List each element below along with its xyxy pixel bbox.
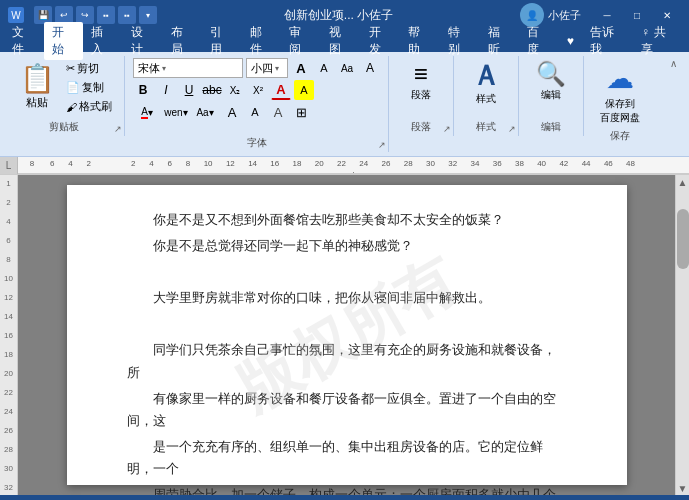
bold-button[interactable]: B	[133, 80, 153, 100]
menu-mail[interactable]: 邮件	[242, 22, 282, 60]
font-btn-a2[interactable]: A	[245, 102, 265, 122]
copy-label: 复制	[82, 80, 104, 95]
font-name-value: 宋体	[138, 61, 160, 76]
font-decrease-btn[interactable]: A	[314, 58, 334, 78]
ribbon-group-font: 宋体 ▾ 小四 ▾ A A Aa A B I U abc X₂ X² A	[125, 56, 389, 152]
ribbon-group-styles: Ａ 样式 样式 ↗	[454, 56, 519, 136]
clipboard-expand-icon[interactable]: ↗	[114, 124, 122, 134]
doc-line-5: 同学们只凭茶余自己事忙的氛围，这里有充企的厨务设施和就餐设备，所	[127, 339, 567, 383]
font-increase-btn[interactable]: A	[291, 58, 311, 78]
underline-button[interactable]: U	[179, 80, 199, 100]
menu-foxit[interactable]: 福昕	[480, 22, 520, 60]
menu-design[interactable]: 设计	[123, 22, 163, 60]
strikethrough-button[interactable]: abc	[202, 80, 222, 100]
menu-share[interactable]: ♀ 共享	[633, 22, 685, 60]
doc-scroll[interactable]: 版权所有 你是不是又不想到外面餐馆去吃那些美食却不太安全的饭菜？ 你是不是总觉得…	[18, 175, 675, 495]
paragraph-button[interactable]: ≡ 段落	[397, 58, 445, 106]
doc-line-6: 有像家里一样的厨务设备和餐厅设备都一应俱全。置进了一个自由的空间，这	[127, 388, 567, 432]
ruler-bar: L 8 6 4 2 2 4 6 8 10 12 14 16 18 20 22 2…	[0, 157, 689, 175]
text-highlight-dropdown[interactable]: wen▾	[164, 102, 188, 122]
menu-file[interactable]: 文件	[4, 22, 44, 60]
edit-button[interactable]: 🔍 编辑	[527, 58, 575, 106]
doc-line-3: 大学里野房就非常对你的口味，把你从寝间非届中解救出。	[127, 287, 567, 309]
font-btn-a1[interactable]: A	[222, 102, 242, 122]
menu-heart[interactable]: ♥	[559, 32, 582, 50]
font-expand-icon[interactable]: ↗	[378, 140, 386, 150]
app-icon: W	[8, 7, 24, 23]
copy-button[interactable]: 📄 复制	[62, 79, 116, 96]
italic-button[interactable]: I	[156, 80, 176, 100]
menu-dev[interactable]: 开发	[361, 22, 401, 60]
font-group-inner: 宋体 ▾ 小四 ▾ A A Aa A B I U abc X₂ X² A	[133, 58, 380, 136]
vertical-scrollbar[interactable]: ▲ ▼	[675, 175, 689, 495]
styles-expand-icon[interactable]: ↗	[508, 124, 516, 134]
ruler-horizontal: 8 6 4 2 2 4 6 8 10 12 14 16 18 20 22 24 …	[18, 157, 689, 174]
format-painter-button[interactable]: 🖌 格式刷	[62, 98, 116, 115]
font-size-selector[interactable]: 小四 ▾	[246, 58, 288, 78]
font-btn-symbol[interactable]: ⊞	[291, 102, 311, 122]
menu-baidu[interactable]: 百度	[519, 22, 559, 60]
title-text: 创新创业项... 小佐子	[284, 8, 393, 22]
clipboard-label: 剪贴板	[4, 118, 124, 134]
doc-line-7: 是一个充充有序的、组织单一的、集中出租房设备的店。它的定位鲜明，一个	[127, 436, 567, 480]
copy-icon: 📄	[66, 81, 80, 94]
paragraph-label: 段落	[411, 88, 431, 102]
status-bar: 第 1 页，共 6 页 3073 个字 英语(美国) 插入 📄 ⬛ ⬛ − + …	[0, 495, 689, 500]
menu-review[interactable]: 审阅	[281, 22, 321, 60]
font-size-value: 小四	[251, 61, 273, 76]
font-row1: 宋体 ▾ 小四 ▾ A A Aa A	[133, 58, 380, 78]
font-name-arrow: ▾	[162, 64, 166, 73]
paragraph-expand-icon[interactable]: ↗	[443, 124, 451, 134]
font-label: 字体	[125, 134, 388, 150]
scroll-down-btn[interactable]: ▼	[676, 481, 690, 495]
case-dropdown[interactable]: Aa▾	[191, 102, 219, 122]
menu-special[interactable]: 特别	[440, 22, 480, 60]
save-baidu-label: 保存到 百度网盘	[600, 97, 640, 125]
document-title: 创新创业项... 小佐子	[157, 7, 520, 24]
ruler-corner[interactable]: L	[0, 157, 18, 175]
scroll-up-btn[interactable]: ▲	[676, 175, 690, 189]
menu-tell[interactable]: 告诉我	[582, 22, 633, 60]
paste-button[interactable]: 📋 粘贴	[12, 58, 62, 117]
menu-help[interactable]: 帮助	[400, 22, 440, 60]
menu-references[interactable]: 引用	[202, 22, 242, 60]
left-ruler: 1 2 4 6 8 10 12 14 16 18 20 22 24 26 28 …	[0, 175, 18, 495]
save-baidu-button[interactable]: ☁ 保存到 百度网盘	[592, 58, 648, 129]
doc-area: 1 2 4 6 8 10 12 14 16 18 20 22 24 26 28 …	[0, 175, 689, 495]
font-color-btn[interactable]: A	[271, 80, 291, 100]
ruler-ticks	[18, 167, 689, 173]
subscript-button[interactable]: X₂	[225, 80, 245, 100]
menu-insert[interactable]: 插入	[83, 22, 123, 60]
text-highlight-btn[interactable]: A	[294, 80, 314, 100]
user-name: 小佐子	[548, 8, 581, 23]
ribbon-collapse-btn[interactable]: ∧	[666, 56, 681, 71]
font-color-dropdown[interactable]: A▾	[133, 102, 161, 122]
doc-line-4	[127, 313, 567, 335]
superscript-button[interactable]: X²	[248, 80, 268, 100]
menu-home[interactable]: 开始	[44, 22, 84, 60]
menu-layout[interactable]: 布局	[163, 22, 203, 60]
menu-bar: 文件 开始 插入 设计 布局 引用 邮件 审阅 视图 开发 帮助 特别 福昕 百…	[0, 30, 689, 52]
clipboard-sub-buttons: ✂ 剪切 📄 复制 🖌 格式刷	[62, 58, 116, 117]
doc-line-2	[127, 261, 567, 283]
ribbon-group-save-baidu: ☁ 保存到 百度网盘 保存	[584, 56, 656, 145]
edit-label: 编辑	[541, 88, 561, 102]
doc-line-8: 周劳胁合比，加一个储子，构成一个单元；一个厨房面积多就少由几个单元组	[127, 484, 567, 495]
clipboard-content: 📋 粘贴 ✂ 剪切 📄 复制 🖌 格式刷	[12, 58, 116, 117]
font-btn-a3[interactable]: A	[268, 102, 288, 122]
ribbon-group-clipboard: 📋 粘贴 ✂ 剪切 📄 复制 🖌 格式刷 剪贴板 ↗	[4, 56, 125, 136]
cloud-icon: ☁	[606, 62, 634, 95]
left-ruler-numbers: 1 2 4 6 8 10 12 14 16 18 20 22 24 26 28 …	[0, 175, 17, 495]
styles-button[interactable]: Ａ 样式	[462, 58, 510, 110]
font-name-selector[interactable]: 宋体 ▾	[133, 58, 243, 78]
painter-icon: 🖌	[66, 101, 77, 113]
styles-icon: Ａ	[472, 62, 500, 90]
scrollbar-thumb[interactable]	[677, 209, 689, 269]
font-size-arrow: ▾	[275, 64, 279, 73]
menu-view[interactable]: 视图	[321, 22, 361, 60]
ribbon-group-edit: 🔍 编辑 编辑	[519, 56, 584, 136]
clear-format-btn[interactable]: A	[360, 58, 380, 78]
save-group-label: 保存	[584, 127, 656, 143]
change-case-btn[interactable]: Aa	[337, 58, 357, 78]
cut-button[interactable]: ✂ 剪切	[62, 60, 116, 77]
